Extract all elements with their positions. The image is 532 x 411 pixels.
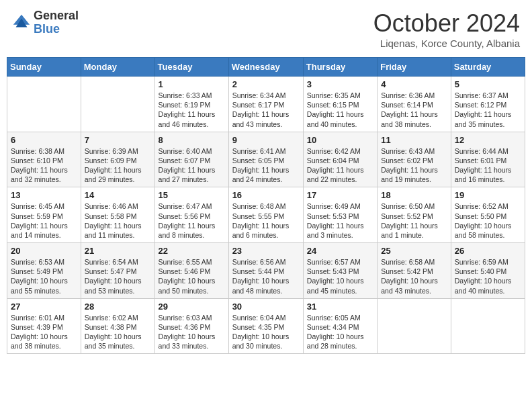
calendar-cell: 26Sunrise: 6:59 AMSunset: 5:40 PMDayligh… (451, 243, 525, 299)
day-number: 15 (159, 190, 225, 200)
day-number: 30 (232, 302, 300, 312)
day-number: 26 (455, 246, 521, 256)
location: Liqenas, Korce County, Albania (373, 38, 520, 49)
day-info: Sunrise: 6:45 AMSunset: 5:59 PMDaylight:… (11, 201, 77, 240)
day-info: Sunrise: 6:34 AMSunset: 6:17 PMDaylight:… (232, 91, 300, 129)
day-info: Sunrise: 6:53 AMSunset: 5:49 PMDaylight:… (11, 257, 77, 295)
logo-general: General (34, 9, 79, 23)
day-number: 25 (381, 246, 447, 256)
day-number: 9 (232, 135, 300, 145)
day-number: 29 (159, 302, 225, 312)
logo-icon (12, 13, 31, 32)
calendar-cell: 16Sunrise: 6:48 AMSunset: 5:55 PMDayligh… (228, 187, 303, 243)
calendar-cell: 24Sunrise: 6:57 AMSunset: 5:43 PMDayligh… (303, 243, 377, 299)
day-info: Sunrise: 6:48 AMSunset: 5:55 PMDaylight:… (232, 201, 300, 240)
logo-blue: Blue (34, 23, 79, 36)
calendar-cell: 13Sunrise: 6:45 AMSunset: 5:59 PMDayligh… (7, 187, 81, 243)
day-info: Sunrise: 6:49 AMSunset: 5:53 PMDaylight:… (307, 201, 373, 240)
calendar-week-row: 6Sunrise: 6:38 AMSunset: 6:10 PMDaylight… (7, 132, 525, 187)
day-info: Sunrise: 6:44 AMSunset: 6:01 PMDaylight:… (455, 146, 521, 185)
calendar-cell: 31Sunrise: 6:05 AMSunset: 4:34 PMDayligh… (303, 298, 377, 354)
day-info: Sunrise: 6:33 AMSunset: 6:19 PMDaylight:… (159, 91, 225, 129)
day-info: Sunrise: 6:56 AMSunset: 5:44 PMDaylight:… (232, 257, 300, 295)
logo: General Blue (12, 9, 79, 36)
day-number: 14 (85, 190, 151, 200)
calendar-table: SundayMondayTuesdayWednesdayThursdayFrid… (7, 57, 525, 354)
calendar-cell: 9Sunrise: 6:41 AMSunset: 6:05 PMDaylight… (228, 132, 303, 187)
day-number: 22 (159, 246, 225, 256)
day-number: 1 (159, 79, 225, 89)
calendar-cell: 18Sunrise: 6:50 AMSunset: 5:52 PMDayligh… (378, 187, 451, 243)
calendar-week-row: 1Sunrise: 6:33 AMSunset: 6:19 PMDaylight… (7, 77, 525, 132)
day-number: 4 (381, 79, 447, 89)
calendar-cell: 22Sunrise: 6:55 AMSunset: 5:46 PMDayligh… (154, 243, 228, 299)
day-info: Sunrise: 6:01 AMSunset: 4:39 PMDaylight:… (11, 313, 77, 351)
day-info: Sunrise: 6:59 AMSunset: 5:40 PMDaylight:… (455, 257, 521, 295)
day-info: Sunrise: 6:36 AMSunset: 6:14 PMDaylight:… (381, 91, 447, 129)
weekday-header-friday: Friday (378, 58, 451, 77)
day-info: Sunrise: 6:05 AMSunset: 4:34 PMDaylight:… (307, 313, 373, 351)
day-info: Sunrise: 6:58 AMSunset: 5:42 PMDaylight:… (381, 257, 447, 295)
day-number: 16 (232, 190, 300, 200)
calendar-cell: 27Sunrise: 6:01 AMSunset: 4:39 PMDayligh… (7, 298, 81, 354)
calendar-cell (81, 77, 154, 132)
calendar-cell (7, 77, 81, 132)
calendar-cell: 6Sunrise: 6:38 AMSunset: 6:10 PMDaylight… (7, 132, 81, 187)
day-number: 20 (11, 246, 77, 256)
calendar-cell: 25Sunrise: 6:58 AMSunset: 5:42 PMDayligh… (378, 243, 451, 299)
calendar-week-row: 20Sunrise: 6:53 AMSunset: 5:49 PMDayligh… (7, 243, 525, 299)
day-number: 27 (11, 302, 77, 312)
day-number: 3 (307, 79, 373, 89)
day-info: Sunrise: 6:55 AMSunset: 5:46 PMDaylight:… (159, 257, 225, 295)
day-number: 19 (455, 190, 521, 200)
day-number: 31 (307, 302, 373, 312)
day-number: 17 (307, 190, 373, 200)
weekday-header-saturday: Saturday (451, 58, 525, 77)
day-info: Sunrise: 6:35 AMSunset: 6:15 PMDaylight:… (307, 91, 373, 129)
calendar-cell: 14Sunrise: 6:46 AMSunset: 5:58 PMDayligh… (81, 187, 154, 243)
calendar-cell: 12Sunrise: 6:44 AMSunset: 6:01 PMDayligh… (451, 132, 525, 187)
calendar-cell: 23Sunrise: 6:56 AMSunset: 5:44 PMDayligh… (228, 243, 303, 299)
calendar-cell: 21Sunrise: 6:54 AMSunset: 5:47 PMDayligh… (81, 243, 154, 299)
day-info: Sunrise: 6:42 AMSunset: 6:04 PMDaylight:… (307, 146, 373, 185)
day-number: 10 (307, 135, 373, 145)
day-info: Sunrise: 6:52 AMSunset: 5:50 PMDaylight:… (455, 201, 521, 240)
calendar-cell: 19Sunrise: 6:52 AMSunset: 5:50 PMDayligh… (451, 187, 525, 243)
calendar-cell (451, 298, 525, 354)
day-number: 18 (381, 190, 447, 200)
weekday-header-sunday: Sunday (7, 58, 81, 77)
calendar-cell: 1Sunrise: 6:33 AMSunset: 6:19 PMDaylight… (154, 77, 228, 132)
day-info: Sunrise: 6:02 AMSunset: 4:38 PMDaylight:… (85, 313, 151, 351)
weekday-header-monday: Monday (81, 58, 154, 77)
weekday-header-tuesday: Tuesday (154, 58, 228, 77)
day-info: Sunrise: 6:38 AMSunset: 6:10 PMDaylight:… (11, 146, 77, 185)
day-number: 11 (381, 135, 447, 145)
day-info: Sunrise: 6:50 AMSunset: 5:52 PMDaylight:… (381, 201, 447, 240)
day-number: 6 (11, 135, 77, 145)
day-number: 5 (455, 79, 521, 89)
weekday-header-thursday: Thursday (303, 58, 377, 77)
weekday-header-row: SundayMondayTuesdayWednesdayThursdayFrid… (7, 58, 525, 77)
day-number: 7 (85, 135, 151, 145)
calendar-week-row: 13Sunrise: 6:45 AMSunset: 5:59 PMDayligh… (7, 187, 525, 243)
day-info: Sunrise: 6:40 AMSunset: 6:07 PMDaylight:… (159, 146, 225, 185)
calendar-week-row: 27Sunrise: 6:01 AMSunset: 4:39 PMDayligh… (7, 298, 525, 354)
calendar-cell: 15Sunrise: 6:47 AMSunset: 5:56 PMDayligh… (154, 187, 228, 243)
month-title: October 2024 (373, 9, 520, 38)
day-info: Sunrise: 6:03 AMSunset: 4:36 PMDaylight:… (159, 313, 225, 351)
day-number: 28 (85, 302, 151, 312)
calendar-cell: 28Sunrise: 6:02 AMSunset: 4:38 PMDayligh… (81, 298, 154, 354)
day-info: Sunrise: 6:57 AMSunset: 5:43 PMDaylight:… (307, 257, 373, 295)
day-info: Sunrise: 6:43 AMSunset: 6:02 PMDaylight:… (381, 146, 447, 185)
day-info: Sunrise: 6:46 AMSunset: 5:58 PMDaylight:… (85, 201, 151, 240)
day-number: 13 (11, 190, 77, 200)
calendar-cell: 20Sunrise: 6:53 AMSunset: 5:49 PMDayligh… (7, 243, 81, 299)
day-number: 23 (232, 246, 300, 256)
calendar-cell: 2Sunrise: 6:34 AMSunset: 6:17 PMDaylight… (228, 77, 303, 132)
calendar-cell: 10Sunrise: 6:42 AMSunset: 6:04 PMDayligh… (303, 132, 377, 187)
day-number: 2 (232, 79, 300, 89)
title-block: October 2024 Liqenas, Korce County, Alba… (373, 9, 520, 49)
calendar-cell: 30Sunrise: 6:04 AMSunset: 4:35 PMDayligh… (228, 298, 303, 354)
day-number: 24 (307, 246, 373, 256)
day-info: Sunrise: 6:37 AMSunset: 6:12 PMDaylight:… (455, 91, 521, 129)
